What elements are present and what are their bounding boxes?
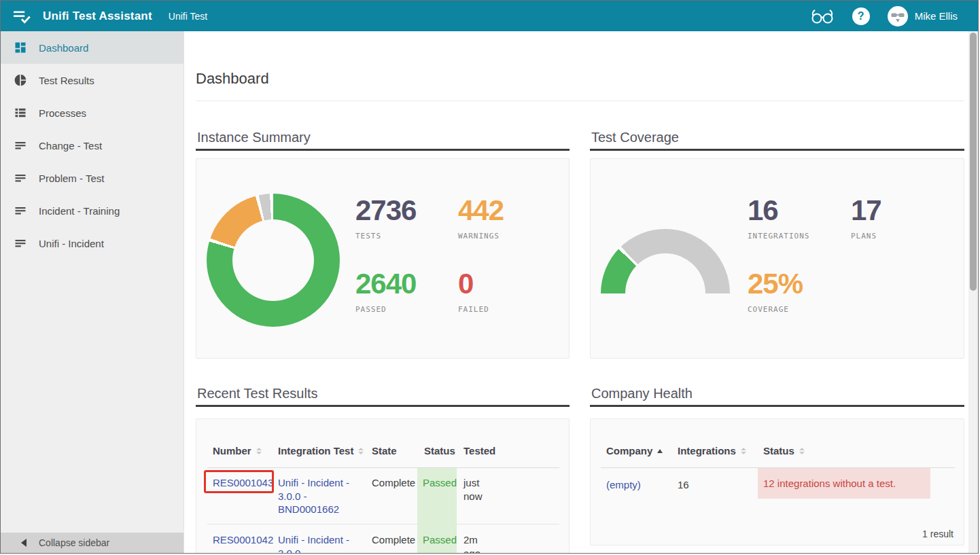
column-header-state: State [372,445,397,456]
lines-icon [14,139,27,152]
header-separator [207,467,559,468]
donut-hole [232,219,314,301]
sidebar-item-change-test[interactable]: Change - Test [1,129,183,162]
sort-carets-icon [799,448,805,454]
company-health-title: Company Health [591,386,693,401]
user-name[interactable]: Mike Ellis [915,10,958,22]
pie-chart-icon [14,73,27,87]
sort-carets-icon [741,448,746,454]
state-cell: Complete [372,476,415,490]
sidebar-item-label: Test Results [39,75,94,86]
stat-coverage: 25% COVERAGE [748,270,803,314]
stat-value: 25% [748,270,803,298]
collapse-arrow-icon [21,539,27,547]
coverage-gauge [601,229,730,293]
state-cell: Complete [372,533,415,547]
sidebar-item-test-results[interactable]: Test Results [1,64,183,96]
column-header-tested: Tested [463,445,495,456]
collapse-label: Collapse sidebar [39,537,109,548]
status-alert-cell: 12 integrations without a test. [758,468,930,499]
sidebar-item-label: Change - Test [39,140,102,151]
app-window: Unifi Test Assistant Unifi Test ? [0,0,979,554]
integration-test-link[interactable]: Unifi - Incident - 3.0.0 - [278,533,362,554]
stat-label: PASSED [355,305,416,314]
sidebar-item-unifi-incident[interactable]: Unifi - Incident [1,227,183,259]
stat-label: WARNINGS [458,232,504,240]
stat-warnings: 442 WARNINGS [458,196,504,240]
glasses-icon[interactable] [810,7,835,25]
instance-name: Unifi Test [169,11,207,22]
company-health-card: Company Integrations Status (empty) 16 1… [590,418,964,545]
app-title: Unifi Test Assistant [43,10,152,23]
stat-label: PLANS [851,232,881,240]
sidebar-item-problem-test[interactable]: Problem - Test [1,162,183,194]
sidebar-item-incident-training[interactable]: Incident - Training [1,194,183,227]
stat-label: INTEGRATIONS [748,232,809,240]
stat-value: 0 [458,270,489,298]
sidebar-item-label: Dashboard [39,42,88,54]
collapse-sidebar-button[interactable]: Collapse sidebar [1,533,183,553]
list-icon [14,106,27,120]
company-link[interactable]: (empty) [606,478,641,492]
stat-tests: 2736 TESTS [355,196,416,240]
column-header-status: Status [424,445,455,456]
instance-summary-title: Instance Summary [197,130,311,145]
title-divider [196,101,964,101]
scrollbar-track[interactable] [968,31,978,553]
scrollbar-thumb[interactable] [970,33,977,291]
status-cell: Passed [423,533,457,547]
status-cell: Passed [423,476,457,490]
sort-carets-icon [358,448,364,454]
status-alert-text: 12 integrations without a test. [763,478,896,489]
result-number-link[interactable]: RES0001042 [213,533,273,547]
recent-test-results-title: Recent Test Results [197,386,318,401]
tested-cell: 2m ago [463,533,492,554]
sidebar-item-label: Unifi - Incident [39,238,104,249]
column-header-number[interactable]: Number [213,445,262,456]
sidebar: Dashboard Test Results Processes Change … [1,31,184,553]
column-header-status[interactable]: Status [763,445,805,456]
stat-plans: 17 PLANS [851,196,881,240]
menu-check-icon[interactable] [13,8,32,24]
topbar-actions: ? Mike Ellis [810,6,958,26]
section-underline [196,149,570,151]
stat-label: FAILED [458,305,489,314]
lines-icon [14,236,27,250]
tested-cell: just now [463,476,492,503]
result-count: 1 result [922,529,953,539]
stat-value: 17 [851,196,881,225]
sidebar-item-dashboard[interactable]: Dashboard [1,31,183,64]
page-title: Dashboard [196,70,269,88]
stat-label: COVERAGE [748,305,803,314]
sidebar-item-label: Problem - Test [39,173,104,184]
column-header-integration-test[interactable]: Integration Test [278,445,364,456]
integration-test-link[interactable]: Unifi - Incident - 3.0.0 - BND0001662 [278,476,362,516]
dashboard-icon [14,41,27,54]
top-bar: Unifi Test Assistant Unifi Test ? [1,1,978,31]
stat-value: 442 [458,196,504,225]
avatar[interactable] [888,6,908,26]
sort-asc-icon [657,449,663,453]
sidebar-item-label: Processes [39,107,86,119]
stat-value: 2640 [355,270,416,298]
stat-passed: 2640 PASSED [355,270,416,314]
sidebar-item-label: Incident - Training [39,205,120,217]
sidebar-item-processes[interactable]: Processes [1,96,183,129]
stat-integrations: 16 INTEGRATIONS [748,196,809,240]
integrations-cell: 16 [678,478,689,492]
section-underline [590,149,964,151]
row-separator [457,524,559,524]
help-icon[interactable]: ? [852,7,870,25]
annotation-highlight-box [204,470,274,493]
column-header-company[interactable]: Company [606,445,663,456]
section-underline [590,405,964,407]
section-underline [196,405,570,407]
stat-value: 16 [748,196,809,225]
row-separator [207,524,417,524]
test-coverage-card: 16 INTEGRATIONS 17 PLANS 25% COVERAGE [590,158,964,359]
stat-label: TESTS [355,232,416,240]
column-header-integrations[interactable]: Integrations [678,445,746,456]
stat-failed: 0 FAILED [458,270,489,314]
stat-value: 2736 [355,196,416,225]
instance-summary-card: 2736 TESTS 442 WARNINGS 2640 PASSED 0 FA… [196,158,570,359]
